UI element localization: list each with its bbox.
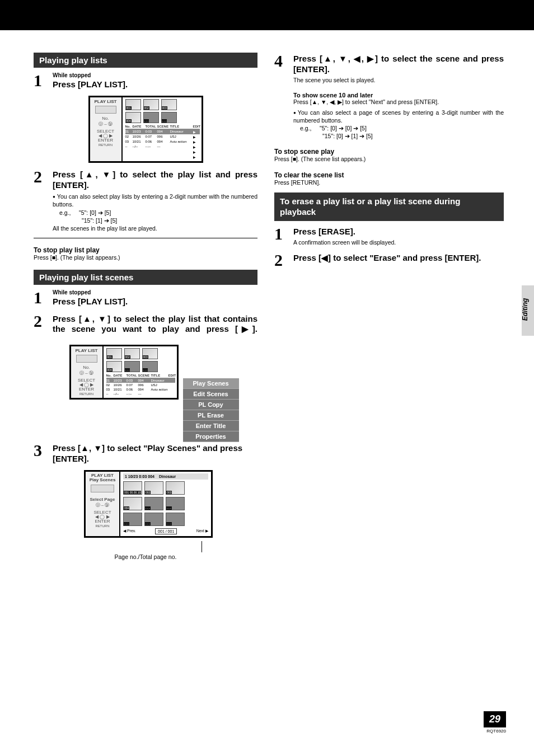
menu-pl-copy: PL Copy xyxy=(183,400,239,410)
prev-button: ◀ Prev. xyxy=(123,529,136,533)
step-number: 2 xyxy=(274,252,293,269)
menu-edit-scenes: Edit Scenes xyxy=(183,389,239,400)
pl-step-1: 1 While stopped Press [PLAY LIST]. xyxy=(34,72,257,90)
step-number: 1 xyxy=(34,72,53,89)
step2-title: Press [▲, ▼] to select the play list and… xyxy=(53,170,257,191)
page-caption: Page no./Total page no. xyxy=(34,553,257,560)
scenes-step-2: 2 Press [▲, ▼] to select the play list t… xyxy=(34,313,257,335)
doc-code: RQT6920 xyxy=(484,729,506,734)
erase-step-2: 2 Press [◀] to select "Erase" and press … xyxy=(274,252,504,269)
osd-title: PLAY LIST xyxy=(92,99,120,104)
show10-head: To show scene 10 and later xyxy=(293,92,504,98)
dpad-icon: SELECT◀ ◯ ▶ENTER RETURN xyxy=(87,510,118,528)
scenes-step-3: 3 Press [▲, ▼] to select "Play Scenes" a… xyxy=(34,442,257,464)
dpad-icon: SELECT◀ ◯ ▶ENTER RETURN xyxy=(73,378,101,396)
stop-playlist-body: Press [■]. (The play list appears.) xyxy=(34,254,257,262)
page-number: 29 xyxy=(484,711,506,727)
section-erase-during-playback: To erase a play list or a play list scen… xyxy=(274,192,504,221)
while-stopped-label: While stopped xyxy=(53,72,257,78)
side-tab-label: Editing xyxy=(521,298,529,321)
dpad-icon: SELECT◀ ◯ ▶ENTER RETURN xyxy=(92,129,120,147)
step-number: 1 xyxy=(274,226,293,242)
step-number: 2 xyxy=(34,168,53,185)
left-column: Playing play lists 1 While stopped Press… xyxy=(34,53,257,560)
page-footer: 29 RQT6920 xyxy=(484,711,506,734)
remote-icon xyxy=(91,485,114,492)
menu-enter-title: Enter Title xyxy=(183,421,239,431)
stop-scene-body: Press [■]. (The scene list appears.) xyxy=(274,156,504,163)
osd-play-scenes: PLAY LISTPlay Scenes Select Page⓪ – ⑨ SE… xyxy=(84,470,213,538)
press-play-list: Press [PLAY LIST]. xyxy=(53,79,257,90)
remote-icon xyxy=(76,355,97,363)
step-number: 3 xyxy=(34,442,53,459)
clear-list-body: Press [RETURN]. xyxy=(274,179,504,187)
step-number: 4 xyxy=(274,53,293,69)
osd-playlist-with-menu: PLAY LIST No.⓪ – ⑨ SELECT◀ ◯ ▶ENTER RETU… xyxy=(34,340,257,442)
divider xyxy=(34,238,257,238)
section-playing-play-list-scenes: Playing play list scenes xyxy=(34,270,257,285)
context-menu: Play Scenes Edit Scenes PL Copy PL Erase… xyxy=(183,340,239,442)
stop-playlist-head: To stop play list play xyxy=(34,246,257,254)
scenes-step-1: 1 While stopped Press [PLAY LIST]. xyxy=(34,289,257,307)
step-number: 1 xyxy=(34,289,53,306)
pl-step-2: 2 Press [▲, ▼] to select the play list a… xyxy=(34,168,257,232)
scenes-step-4: 4 Press [▲, ▼, ◀, ▶] to select the scene… xyxy=(274,53,504,140)
osd-playlist: PLAY LIST No.⓪ – ⑨ SELECT◀ ◯ ▶ENTER RETU… xyxy=(88,96,203,163)
side-tab: Editing xyxy=(522,285,534,336)
next-button: Next ▶ xyxy=(196,529,208,533)
menu-pl-erase: PL Erase xyxy=(183,410,239,421)
clear-list-head: To clear the scene list xyxy=(274,171,504,179)
pager: 001 / 001 xyxy=(155,528,177,534)
section-playing-play-lists: Playing play lists xyxy=(34,53,257,68)
right-column: 4 Press [▲, ▼, ◀, ▶] to select the scene… xyxy=(274,53,504,560)
step-number: 2 xyxy=(34,313,53,330)
remote-icon xyxy=(95,106,116,114)
top-black-bar xyxy=(0,0,534,30)
erase-step-1: 1 Press [ERASE]. A confirmation screen w… xyxy=(274,226,504,246)
stop-scene-head: To stop scene play xyxy=(274,148,504,156)
menu-play-scenes: Play Scenes xyxy=(183,378,239,389)
menu-properties: Properties xyxy=(183,431,239,442)
